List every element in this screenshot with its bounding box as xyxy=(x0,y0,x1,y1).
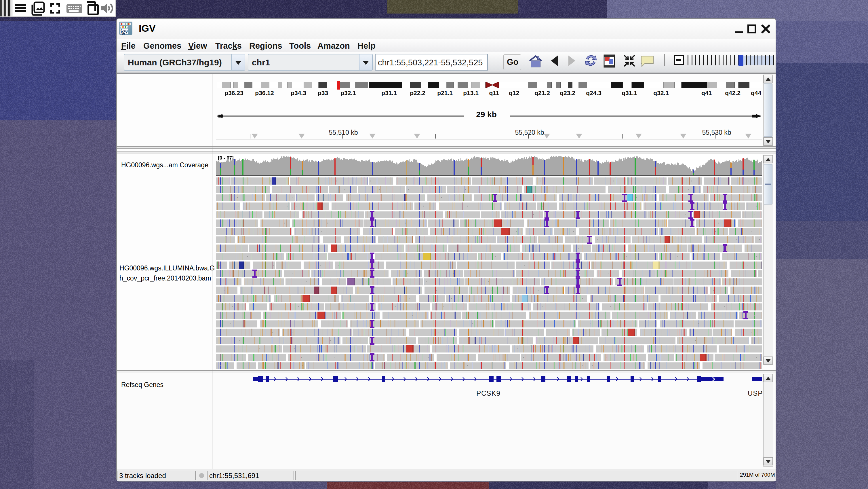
svg-text:igv: igv xyxy=(120,28,128,35)
